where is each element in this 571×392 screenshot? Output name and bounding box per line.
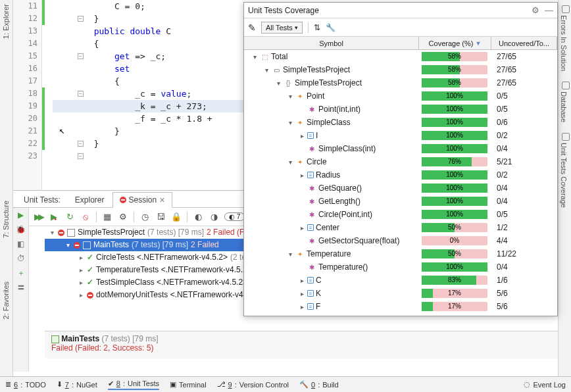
ut-status-meta: (7 tests) [79 ms]: [101, 334, 158, 343]
remove-icon[interactable]: 〓: [16, 283, 26, 292]
col-symbol[interactable]: Symbol: [244, 37, 419, 49]
uplay-icon: [562, 133, 570, 141]
errors-tab[interactable]: Errors In Solution: [559, 3, 570, 74]
debug-icon[interactable]: 🐞: [16, 225, 26, 234]
chevron-icon[interactable]: [287, 119, 293, 126]
sb-todo[interactable]: ≣ 6: TODO: [5, 380, 46, 389]
right-tool-rail: Errors In Solution Database Unit Tests C…: [558, 0, 571, 392]
settings-icon[interactable]: ⚙: [118, 212, 128, 222]
coverage-row[interactable]: ≡C 83% 1/6: [244, 274, 557, 287]
profile-icon[interactable]: ⏱: [16, 254, 26, 263]
sb-nuget[interactable]: ⬇ 7: NuGet: [57, 380, 97, 389]
explorer-tab[interactable]: 1: Explorer: [2, 4, 10, 39]
lock-icon[interactable]: 🔒: [171, 212, 182, 222]
chevron-icon[interactable]: [263, 66, 270, 74]
cursor-icon: ↖: [59, 125, 64, 135]
minimize-icon[interactable]: —: [545, 5, 553, 15]
layout-icon[interactable]: ▦: [102, 212, 112, 222]
chevron-icon[interactable]: [287, 159, 293, 166]
coverage-row[interactable]: ≡K 17% 5/6: [244, 287, 557, 300]
filter-dropdown[interactable]: All Tests▾: [261, 22, 303, 34]
filter1-icon[interactable]: ◐: [193, 212, 203, 222]
chevron-icon[interactable]: [287, 251, 293, 258]
chevron-icon[interactable]: [299, 290, 305, 297]
export-icon[interactable]: 🖫: [155, 212, 166, 222]
chevron-icon[interactable]: [299, 224, 305, 232]
sb-terminal[interactable]: ▣ Terminal: [170, 380, 207, 389]
explorer-session-tab[interactable]: Explorer: [68, 193, 111, 207]
run-all-icon[interactable]: ▶▶: [33, 212, 43, 222]
errors-icon: [562, 5, 570, 13]
coverage-row[interactable]: ✱GetSquare() 100% 0/4: [244, 182, 557, 195]
coverage-row[interactable]: ✦Temperature 50% 11/22: [244, 247, 557, 260]
coverage-row[interactable]: ≡Center 50% 1/2: [244, 221, 557, 234]
coverage-columns: Symbol Coverage (%)▼ Uncovered/To...: [244, 37, 557, 50]
chevron-icon[interactable]: [299, 172, 305, 179]
sb-unit-tests[interactable]: ✔ 8: Unit Tests: [108, 380, 159, 390]
sort-desc-icon: ▼: [475, 40, 481, 47]
chevron-icon[interactable]: [299, 132, 305, 139]
chevron-icon[interactable]: [299, 277, 305, 284]
coverage-row[interactable]: ▭SimpleTestsProject 58% 27/65: [244, 63, 557, 76]
database-tab[interactable]: Database: [559, 79, 570, 125]
run-selected-icon[interactable]: ▶●: [49, 212, 59, 222]
ut-status-fail: Failed (Failed: 2, Success: 5): [51, 343, 551, 353]
coverage-run-icon[interactable]: ◧: [16, 239, 26, 249]
favorites-tab[interactable]: 2: Favorites: [2, 282, 10, 319]
coverage-row[interactable]: ≡I 100% 0/2: [244, 129, 557, 142]
session-tab-label: Session: [129, 195, 157, 205]
wrench-icon[interactable]: 🔧: [326, 23, 335, 32]
unit-tests-title: Unit Tests:: [17, 193, 67, 207]
col-uncovered[interactable]: Uncovered/To...: [491, 37, 557, 49]
left-tool-rail: 1: Explorer 7: Structure 2: Favorites: [0, 0, 13, 392]
filter2-icon[interactable]: ◑: [209, 212, 219, 222]
clock-icon[interactable]: ◷: [139, 212, 150, 222]
coverage-row[interactable]: ✱SimpleClass(int) 100% 0/4: [244, 142, 557, 155]
fail-icon: [120, 197, 126, 203]
sb-build[interactable]: 🔨 0: Build: [299, 380, 339, 389]
sb-vc[interactable]: ⎇ 9: Version Control: [217, 380, 289, 389]
ut-status-title: MainTests: [61, 334, 99, 343]
col-coverage[interactable]: Coverage (%)▼: [419, 37, 491, 49]
rerun-icon[interactable]: ↻: [64, 212, 75, 222]
gear-icon[interactable]: ⚙: [532, 5, 539, 15]
coverage-row[interactable]: ✱Circle(Point,int) 100% 0/5: [244, 208, 557, 221]
stop-icon[interactable]: ⦸: [80, 212, 91, 222]
coverage-tab[interactable]: Unit Tests Coverage: [559, 130, 570, 210]
coverage-row[interactable]: ≡Radius 100% 0/2: [244, 168, 557, 182]
structure-tab[interactable]: 7: Structure: [2, 201, 10, 238]
coverage-tree[interactable]: ⬚Total 58% 27/65 ▭SimpleTestsProject 58%…: [244, 50, 557, 316]
ut-status: MainTests (7 tests) [79 ms] Failed (Fail…: [45, 331, 558, 358]
highlight-icon[interactable]: ✎: [248, 22, 256, 33]
chevron-icon[interactable]: [251, 53, 258, 61]
coverage-row[interactable]: ✦Point 100% 0/5: [244, 89, 557, 103]
coverage-row[interactable]: ✦Circle 76% 5/21: [244, 155, 557, 168]
chevron-icon[interactable]: [299, 303, 305, 310]
status-bar: ≣ 6: TODO ⬇ 7: NuGet ✔ 8: Unit Tests ▣ T…: [0, 376, 571, 392]
chevron-icon[interactable]: [287, 93, 293, 100]
coverage-row[interactable]: ✱Point(int,int) 100% 0/5: [244, 103, 557, 116]
add-icon[interactable]: ＋: [16, 268, 26, 278]
database-icon: [562, 82, 570, 89]
coverage-row[interactable]: {}SimpleTestsProject 58% 27/65: [244, 76, 557, 89]
coverage-row[interactable]: ⬚Total 58% 27/65: [244, 50, 557, 63]
close-icon[interactable]: ✕: [159, 196, 165, 205]
line-gutter: 11121314151617181920212223: [13, 0, 42, 190]
code-editor[interactable]: 11121314151617181920212223 −−−−− C = 0; …: [13, 0, 243, 191]
run-icon[interactable]: ▶: [16, 210, 26, 220]
coverage-panel: Unit Tests Coverage ⚙ — ✎ All Tests▾ ⇅ 🔧…: [243, 2, 558, 316]
session-tab[interactable]: Session ✕: [112, 192, 173, 208]
tree-options-icon[interactable]: ⇅: [314, 23, 320, 32]
unit-tests-sidebar: ▶ 🐞 ◧ ⏱ ＋ 〓: [13, 208, 29, 372]
coverage-title: Unit Tests Coverage: [248, 6, 319, 15]
coverage-row[interactable]: ✱GetLength() 100% 0/4: [244, 195, 557, 208]
coverage-toolbar: ✎ All Tests▾ ⇅ 🔧: [244, 18, 557, 37]
coverage-row[interactable]: ≡F 17% 5/6: [244, 300, 557, 313]
coverage-row[interactable]: ✱Temperature() 100% 0/4: [244, 260, 557, 274]
coverage-row[interactable]: ✱GetSectorSquare(float) 0% 4/4: [244, 234, 557, 247]
sb-event-log[interactable]: ◌ Event Log: [524, 380, 566, 389]
count-pill[interactable]: ◐ 7: [224, 212, 245, 221]
coverage-row[interactable]: ✦SimpleClass 100% 0/6: [244, 116, 557, 129]
chevron-icon[interactable]: [275, 80, 282, 87]
